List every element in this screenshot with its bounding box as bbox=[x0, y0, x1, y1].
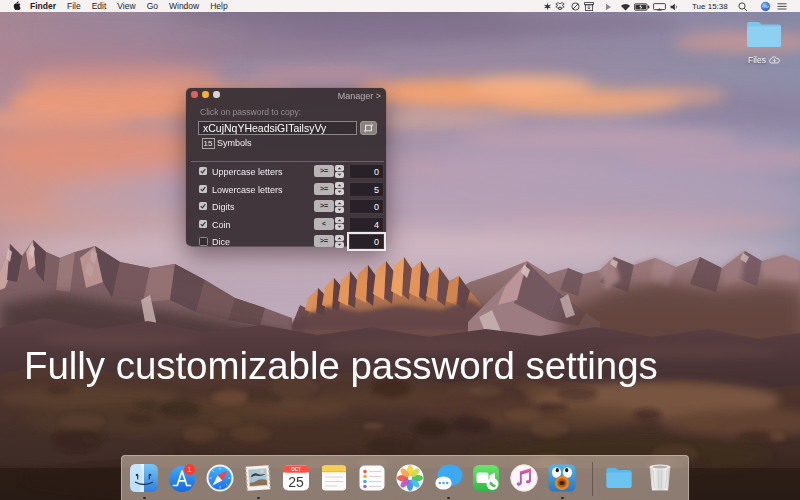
svg-text:OCT: OCT bbox=[291, 467, 301, 472]
svg-text:25: 25 bbox=[288, 474, 304, 490]
svg-text:1: 1 bbox=[187, 465, 192, 474]
